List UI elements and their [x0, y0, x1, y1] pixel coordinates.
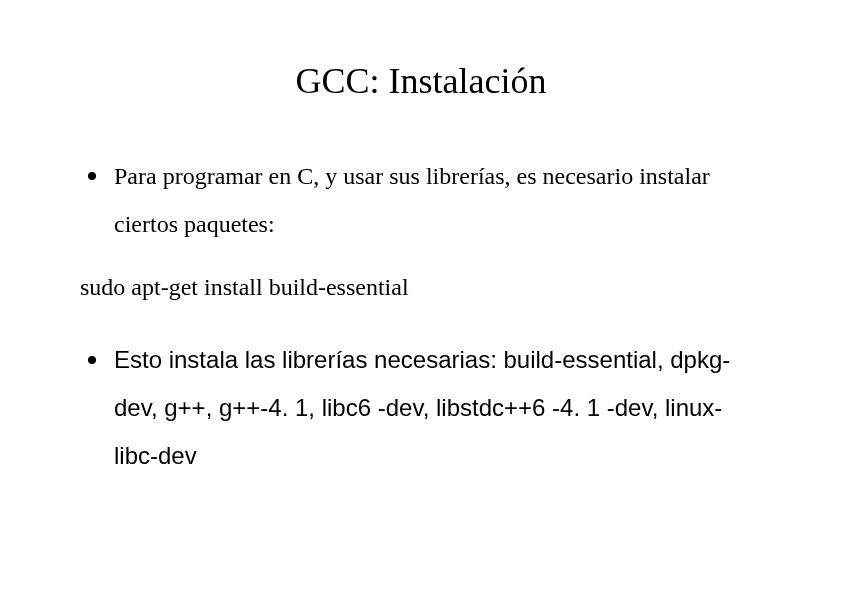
bullet-item: Para programar en C, y usar sus librería…	[80, 152, 762, 248]
bullet-text: Esto instala las librerías necesarias: b…	[114, 336, 762, 480]
bullet-icon	[88, 172, 96, 180]
slide-content: Para programar en C, y usar sus librería…	[80, 152, 762, 480]
bullet-text: Para programar en C, y usar sus librería…	[114, 152, 762, 248]
bullet-item: Esto instala las librerías necesarias: b…	[80, 336, 762, 480]
command-line: sudo apt-get install build-essential	[80, 263, 762, 311]
bullet-icon	[88, 356, 96, 364]
slide-title: GCC: Instalación	[80, 60, 762, 102]
